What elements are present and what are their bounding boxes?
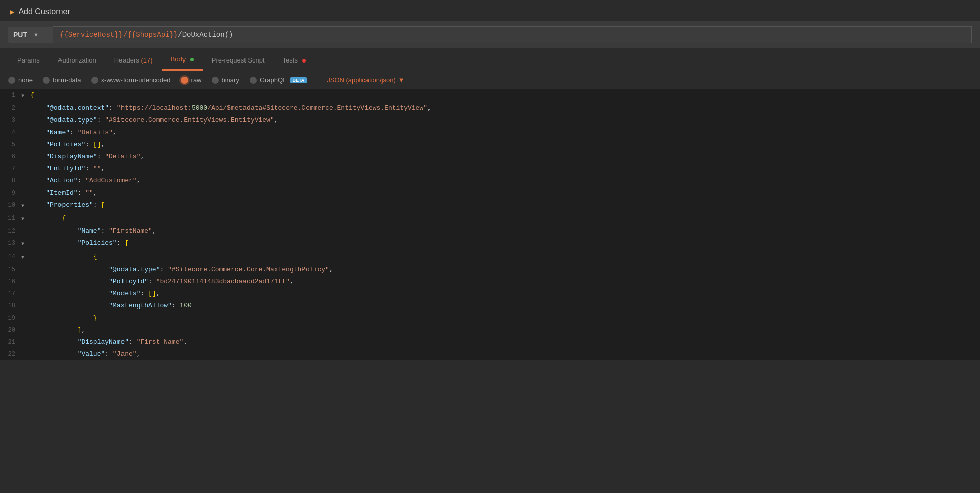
line-content: "Name": "Details", <box>29 127 980 139</box>
line-arrow <box>21 175 29 176</box>
radio-urlencoded-icon <box>91 77 98 84</box>
code-line-17: 17 "Models": [], <box>0 288 980 300</box>
option-binary[interactable]: binary <box>212 76 239 84</box>
tab-pre-request-label: Pre-request Script <box>212 56 265 64</box>
format-dropdown-chevron: ▼ <box>398 76 405 84</box>
line-arrow <box>21 336 29 337</box>
line-arrow <box>21 225 29 226</box>
line-arrow <box>21 151 29 152</box>
code-line-4: 4 "Name": "Details", <box>0 127 980 139</box>
line-content: "Name": "FirstName", <box>29 225 980 237</box>
line-content: "DisplayName": "Details", <box>29 151 980 163</box>
line-number: 11 <box>0 212 21 224</box>
line-arrow <box>21 139 29 140</box>
option-form-data-label: form-data <box>53 76 81 84</box>
line-content: "@odata.type": "#Sitecore.Commerce.Entit… <box>29 114 980 127</box>
option-graphql[interactable]: GraphQL BETA <box>250 76 307 84</box>
beta-badge: BETA <box>290 77 307 83</box>
line-content: "@odata.context": "https://localhost:500… <box>29 102 980 114</box>
line-content: "Properties": [ <box>29 199 980 211</box>
tab-body[interactable]: Body <box>162 48 203 71</box>
tab-headers-count: (17) <box>141 56 152 64</box>
code-line-10: 10▼ "Properties": [ <box>0 199 980 212</box>
line-content: { <box>29 251 980 263</box>
tab-authorization-label: Authorization <box>58 56 96 64</box>
line-number: 4 <box>0 127 21 139</box>
code-line-1: 1▼{ <box>0 89 980 102</box>
line-number: 1 <box>0 89 21 101</box>
line-content: ], <box>29 324 980 336</box>
line-number: 9 <box>0 187 21 199</box>
option-none-label: none <box>18 76 33 84</box>
tests-dot-indicator <box>302 59 306 63</box>
code-line-22: 22 "Value": "Jane", <box>0 348 980 360</box>
url-display[interactable]: {{ServiceHost}}/{{ShopsApi}}/DoUxAction(… <box>53 26 972 43</box>
line-arrow[interactable]: ▼ <box>21 199 29 212</box>
code-line-12: 12 "Name": "FirstName", <box>0 225 980 237</box>
option-urlencoded[interactable]: x-www-form-urlencoded <box>91 76 171 84</box>
line-arrow <box>21 288 29 289</box>
tab-headers-label: Headers <box>114 56 141 64</box>
tab-body-label: Body <box>171 55 186 63</box>
tab-pre-request[interactable]: Pre-request Script <box>203 49 274 70</box>
code-line-8: 8 "Action": "AddCustomer", <box>0 175 980 187</box>
line-content: "MaxLengthAllow": 100 <box>29 300 980 312</box>
code-line-21: 21 "DisplayName": "First Name", <box>0 336 980 348</box>
line-arrow[interactable]: ▼ <box>21 212 29 225</box>
line-arrow <box>21 300 29 301</box>
radio-raw-icon <box>181 77 188 84</box>
line-arrow[interactable]: ▼ <box>21 237 29 251</box>
line-content: { <box>29 212 980 224</box>
code-editor[interactable]: 1▼{2 "@odata.context": "https://localhos… <box>0 89 980 360</box>
line-number: 18 <box>0 300 21 312</box>
top-bar: ▶ Add Customer <box>0 0 980 21</box>
tab-params[interactable]: Params <box>8 49 49 70</box>
option-raw[interactable]: raw <box>181 76 202 84</box>
option-graphql-label: GraphQL <box>260 76 286 84</box>
line-content: "Policies": [ <box>29 237 980 250</box>
line-number: 16 <box>0 276 21 288</box>
tab-tests[interactable]: Tests <box>274 49 315 70</box>
body-options-row: none form-data x-www-form-urlencoded raw… <box>0 71 980 89</box>
code-line-19: 19 } <box>0 312 980 324</box>
line-number: 17 <box>0 288 21 300</box>
line-content: "DisplayName": "First Name", <box>29 336 980 348</box>
line-arrow <box>21 264 29 265</box>
expand-chevron[interactable]: ▶ <box>10 8 14 16</box>
line-arrow[interactable]: ▼ <box>21 251 29 264</box>
line-number: 10 <box>0 199 21 211</box>
option-form-data[interactable]: form-data <box>43 76 81 84</box>
format-dropdown-label: JSON (application/json) <box>327 76 396 84</box>
format-dropdown[interactable]: JSON (application/json) ▼ <box>327 76 404 84</box>
tab-headers[interactable]: Headers (17) <box>105 49 162 70</box>
line-content: "Value": "Jane", <box>29 348 980 360</box>
code-line-9: 9 "ItemId": "", <box>0 187 980 199</box>
line-arrow[interactable]: ▼ <box>21 89 29 102</box>
line-number: 5 <box>0 139 21 151</box>
code-line-11: 11▼ { <box>0 212 980 225</box>
code-line-20: 20 ], <box>0 324 980 336</box>
line-number: 19 <box>0 312 21 324</box>
line-content: { <box>29 89 980 101</box>
line-number: 12 <box>0 225 21 237</box>
method-label: PUT <box>13 31 27 39</box>
option-none[interactable]: none <box>8 76 33 84</box>
tab-tests-label: Tests <box>283 56 298 64</box>
line-number: 7 <box>0 163 21 175</box>
line-arrow <box>21 114 29 115</box>
option-binary-label: binary <box>222 76 239 84</box>
line-number: 21 <box>0 336 21 348</box>
code-line-5: 5 "Policies": [], <box>0 139 980 151</box>
code-line-15: 15 "@odata.type": "#Sitecore.Commerce.Co… <box>0 264 980 276</box>
radio-form-data-icon <box>43 77 50 84</box>
option-raw-label: raw <box>191 76 202 84</box>
url-part2: {{ShopsApi}} <box>127 31 178 39</box>
code-line-7: 7 "EntityId": "", <box>0 163 980 175</box>
code-line-6: 6 "DisplayName": "Details", <box>0 151 980 163</box>
code-line-13: 13▼ "Policies": [ <box>0 237 980 251</box>
method-dropdown[interactable]: PUT ▼ <box>8 27 53 43</box>
tab-authorization[interactable]: Authorization <box>49 49 105 70</box>
line-content: "Action": "AddCustomer", <box>29 175 980 187</box>
radio-binary-icon <box>212 77 219 84</box>
line-number: 13 <box>0 237 21 250</box>
